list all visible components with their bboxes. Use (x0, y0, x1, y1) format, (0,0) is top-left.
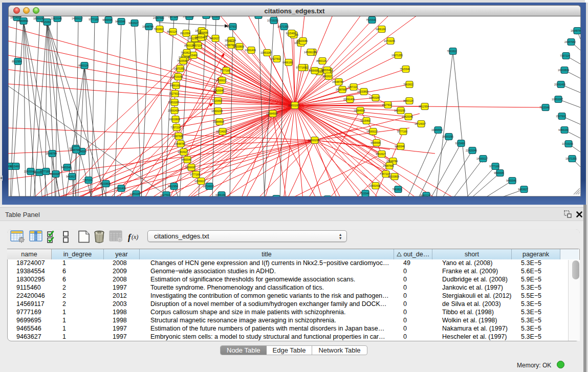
svg-text:19384554: 19384554 (213, 120, 224, 123)
svg-text:9465546: 9465546 (61, 166, 71, 169)
svg-text:7357224: 7357224 (170, 126, 181, 129)
svg-text:9777169: 9777169 (190, 173, 200, 176)
svg-text:19384554: 19384554 (354, 109, 365, 112)
svg-text:22420046: 22420046 (466, 149, 477, 152)
svg-text:19384554: 19384554 (17, 19, 28, 23)
svg-text:7663822: 7663822 (392, 188, 402, 191)
svg-text:16648784: 16648784 (142, 25, 154, 28)
svg-text:6466160: 6466160 (282, 61, 293, 64)
svg-text:24387682: 24387682 (383, 164, 394, 167)
svg-text:6466160: 6466160 (558, 128, 569, 132)
svg-text:9699695: 9699695 (309, 69, 319, 72)
svg-text:7357224: 7357224 (347, 85, 358, 89)
svg-text:6466160: 6466160 (376, 28, 386, 31)
svg-text:9463627: 9463627 (66, 175, 76, 178)
svg-text:7357224: 7357224 (560, 54, 570, 57)
svg-text:9115460: 9115460 (360, 119, 370, 122)
svg-text:7663822: 7663822 (154, 28, 164, 31)
svg-text:10719155: 10719155 (267, 19, 278, 22)
svg-text:9115460: 9115460 (41, 20, 51, 24)
svg-text:16033809: 16033809 (233, 45, 244, 48)
svg-text:9699695: 9699695 (102, 18, 113, 21)
svg-text:9699695: 9699695 (50, 172, 60, 176)
svg-text:10853287: 10853287 (129, 192, 141, 195)
svg-text:9115460: 9115460 (212, 99, 222, 102)
svg-text:10853287: 10853287 (209, 16, 221, 18)
svg-text:9777169: 9777169 (220, 69, 230, 72)
svg-text:22420046: 22420046 (51, 17, 62, 20)
svg-text:24387682: 24387682 (70, 148, 81, 151)
svg-text:10853287: 10853287 (168, 101, 179, 104)
svg-text:22420046: 22420046 (213, 89, 224, 92)
svg-text:16671355: 16671355 (277, 25, 289, 28)
svg-text:9699695: 9699695 (185, 166, 195, 169)
svg-text:18300295: 18300295 (394, 109, 405, 112)
svg-text:9465546: 9465546 (395, 145, 405, 148)
svg-text:18300295: 18300295 (211, 110, 223, 113)
svg-text:16648784: 16648784 (225, 39, 236, 42)
svg-text:20691406: 20691406 (245, 49, 256, 52)
svg-text:7515546: 7515546 (400, 68, 410, 71)
svg-text:9699695: 9699695 (371, 141, 381, 144)
svg-text:x: x (119, 238, 121, 242)
svg-text:(x): (x) (132, 233, 138, 240)
svg-text:6466160: 6466160 (252, 16, 263, 17)
svg-text:8912954: 8912954 (180, 32, 190, 35)
svg-text:7663822: 7663822 (181, 51, 191, 54)
svg-text:22420046: 22420046 (402, 115, 413, 118)
svg-text:24387682: 24387682 (336, 88, 347, 91)
svg-text:16648784: 16648784 (174, 142, 185, 145)
svg-text:18724007: 18724007 (203, 185, 214, 188)
svg-text:10853287: 10853287 (552, 98, 563, 101)
svg-text:8660124: 8660124 (167, 30, 177, 33)
svg-text:9463627: 9463627 (178, 150, 188, 154)
svg-text:9465546: 9465546 (506, 179, 516, 182)
svg-text:8660124: 8660124 (403, 99, 413, 102)
svg-text:8912954: 8912954 (12, 60, 22, 63)
svg-text:9463627: 9463627 (376, 152, 386, 156)
svg-text:24387682: 24387682 (564, 40, 576, 43)
svg-text:16648784: 16648784 (46, 152, 57, 155)
svg-text:9115460: 9115460 (455, 142, 465, 145)
svg-text:14569117: 14569117 (194, 180, 206, 183)
svg-text:16671355: 16671355 (173, 67, 185, 70)
svg-text:18300295: 18300295 (308, 139, 319, 142)
svg-text:9465546: 9465546 (195, 36, 205, 39)
svg-text:20691406: 20691406 (168, 109, 179, 112)
svg-text:9465546: 9465546 (181, 158, 191, 161)
svg-text:7663822: 7663822 (447, 50, 457, 53)
svg-text:1527602: 1527602 (160, 193, 170, 196)
svg-text:7515546: 7515546 (366, 18, 376, 21)
svg-text:8912954: 8912954 (419, 105, 429, 108)
svg-text:9115460: 9115460 (10, 165, 19, 168)
svg-text:7357224: 7357224 (168, 16, 178, 18)
svg-text:16033809: 16033809 (558, 69, 569, 72)
svg-text:24387682: 24387682 (153, 16, 164, 19)
svg-text:9699695: 9699695 (494, 171, 504, 174)
svg-text:16033809: 16033809 (169, 118, 180, 121)
svg-text:9777169: 9777169 (296, 66, 306, 69)
svg-text:20691406: 20691406 (369, 184, 380, 187)
svg-text:9465546: 9465546 (115, 20, 125, 23)
svg-text:18724007: 18724007 (216, 130, 227, 133)
svg-text:7515546: 7515546 (177, 59, 187, 62)
svg-text:7663822: 7663822 (403, 83, 413, 86)
svg-text:7515546: 7515546 (359, 192, 369, 195)
svg-text:10853287: 10853287 (288, 104, 299, 107)
svg-text:9777169: 9777169 (397, 130, 407, 133)
svg-text:9777169: 9777169 (489, 165, 499, 168)
svg-text:9699695: 9699695 (198, 31, 208, 34)
svg-text:9465546: 9465546 (321, 69, 331, 72)
svg-text:10719155: 10719155 (562, 142, 573, 145)
svg-text:19384554: 19384554 (266, 112, 277, 115)
svg-text:16033809: 16033809 (99, 182, 111, 185)
svg-text:14569117: 14569117 (215, 79, 227, 82)
svg-text:16648784: 16648784 (571, 29, 581, 32)
svg-text:16648784: 16648784 (386, 160, 398, 163)
svg-text:16033809: 16033809 (183, 16, 194, 18)
svg-text:10719155: 10719155 (171, 75, 183, 78)
svg-text:16033809: 16033809 (388, 175, 399, 178)
svg-text:9463627: 9463627 (128, 21, 139, 25)
svg-text:14569117: 14569117 (476, 157, 488, 160)
svg-text:1527602: 1527602 (169, 92, 179, 95)
